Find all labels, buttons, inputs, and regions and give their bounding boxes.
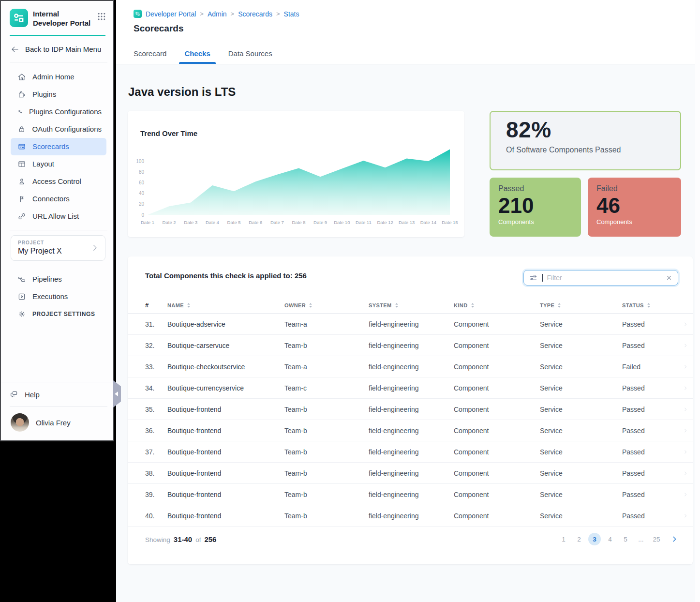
- cell-system: field-engineering: [369, 469, 454, 477]
- cell-number: 36.: [145, 427, 167, 435]
- cell-owner: Team-b: [284, 427, 369, 435]
- table-row[interactable]: 31.Boutique-adserviceTeam-afield-enginee…: [128, 314, 693, 335]
- sidebar-item-pipelines[interactable]: Pipelines: [11, 271, 106, 288]
- cell-name: Boutique-frontend: [167, 491, 284, 498]
- cell-name: Boutique-frontend: [167, 469, 284, 477]
- table-row[interactable]: 32.Boutique-carservuceTeam-bfield-engine…: [128, 335, 693, 356]
- column-header-status[interactable]: STATUS: [622, 302, 675, 308]
- passed-unit: Components: [498, 218, 572, 226]
- sidebar-item-connectors[interactable]: Connectors: [11, 190, 106, 208]
- cell-status: Passed: [622, 342, 675, 349]
- breadcrumb-developer-portal[interactable]: Developer Portal: [146, 10, 196, 18]
- cell-owner: Team-c: [284, 384, 369, 392]
- sidebar-item-plugins[interactable]: Plugins: [11, 86, 106, 103]
- column-header-name[interactable]: NAME: [167, 302, 284, 308]
- percent-caption: Of Software Components Passed: [506, 146, 665, 154]
- sidebar-item-admin-home[interactable]: Admin Home: [11, 68, 106, 86]
- scrollbar-track[interactable]: [695, 0, 700, 602]
- breadcrumb-stats[interactable]: Stats: [284, 10, 299, 18]
- user-menu[interactable]: Olivia Frey: [1, 407, 113, 440]
- user-name: Olivia Frey: [36, 419, 71, 427]
- sort-icon[interactable]: [557, 302, 561, 308]
- page-button-5[interactable]: 5: [619, 533, 632, 545]
- filter-input-box[interactable]: [523, 270, 678, 286]
- sidebar-item-access-control[interactable]: Access Control: [11, 173, 106, 190]
- sidebar-item-layout[interactable]: Layout: [11, 155, 106, 173]
- sort-icon[interactable]: [647, 302, 651, 308]
- breadcrumb-admin[interactable]: Admin: [208, 10, 227, 18]
- sidebar-item-oauth-configurations[interactable]: OAuth Configurations: [11, 120, 106, 138]
- cell-owner: Team-b: [284, 491, 369, 498]
- svg-text:Date 13: Date 13: [399, 220, 415, 225]
- project-selector[interactable]: PROJECT My Project X: [11, 235, 105, 261]
- page-button-1[interactable]: 1: [557, 533, 570, 545]
- cell-system: field-engineering: [369, 491, 454, 498]
- cell-owner: Team-b: [284, 342, 369, 349]
- admin-nav: Admin Home Plugins Plugins Configuration…: [1, 62, 113, 230]
- svg-text:0: 0: [141, 212, 144, 218]
- cell-type: Service: [540, 469, 622, 477]
- sort-icon[interactable]: [309, 302, 313, 308]
- showing-summary: Showing 31-40 of 256: [145, 535, 216, 543]
- svg-text:60: 60: [139, 180, 145, 185]
- cell-name: Boutique-adservice: [167, 320, 284, 328]
- sidebar-item-scorecards[interactable]: Scorecards: [11, 138, 106, 155]
- lock-icon: [17, 125, 26, 134]
- table-row[interactable]: 33.Boutique-checkoutserviceTeam-afield-e…: [128, 356, 693, 377]
- table-row[interactable]: 35.Boutique-frontendTeam-bfield-engineer…: [128, 399, 693, 420]
- sidebar-item-executions[interactable]: Executions: [11, 288, 106, 305]
- filter-input[interactable]: [547, 274, 662, 282]
- table-row[interactable]: 40.Boutique-frontendTeam-bfield-engineer…: [128, 505, 693, 527]
- cell-type: Service: [540, 406, 622, 413]
- back-to-main-menu[interactable]: Back to IDP Main Menu: [1, 36, 113, 62]
- sidebar-item-url-allow-list[interactable]: URL Allow List: [11, 208, 106, 225]
- table-row[interactable]: 36.Boutique-frontendTeam-bfield-engineer…: [128, 420, 693, 441]
- sidebar-item-project-settings[interactable]: PROJECT SETTINGS: [11, 305, 106, 323]
- column-header-owner[interactable]: OWNER: [284, 302, 369, 308]
- table-row[interactable]: 39.Boutique-frontendTeam-bfield-engineer…: [128, 484, 693, 505]
- table-row[interactable]: 34.Boutique-currencyserviceTeam-cfield-e…: [128, 377, 693, 399]
- sort-icon[interactable]: [395, 302, 399, 308]
- sort-icon[interactable]: [471, 302, 475, 308]
- cell-name: Boutique-currencyservice: [167, 384, 284, 392]
- next-page-icon[interactable]: [670, 535, 678, 543]
- column-header-num[interactable]: #: [145, 301, 167, 309]
- failed-value: 46: [596, 194, 672, 217]
- check-title: Java version is LTS: [128, 85, 236, 99]
- cell-status: Passed: [622, 448, 675, 456]
- column-header-kind[interactable]: KIND: [454, 302, 540, 308]
- table-row[interactable]: 37.Boutique-frontendTeam-bfield-engineer…: [128, 441, 693, 463]
- text-caret: [542, 274, 543, 282]
- cell-number: 38.: [145, 469, 167, 477]
- table-body: 31.Boutique-adserviceTeam-afield-enginee…: [128, 314, 693, 527]
- filter-sliders-icon[interactable]: [529, 274, 537, 282]
- page-button-25[interactable]: 25: [650, 533, 663, 545]
- page-button-4[interactable]: 4: [604, 533, 616, 545]
- breadcrumb: Developer Portal > Admin > Scorecards > …: [134, 10, 299, 18]
- scorecard-icon: [17, 142, 26, 151]
- breadcrumb-scorecards[interactable]: Scorecards: [238, 10, 272, 18]
- column-header-type[interactable]: TYPE: [540, 302, 622, 308]
- sort-icon[interactable]: [187, 302, 191, 308]
- svg-text:Date 14: Date 14: [420, 220, 436, 225]
- column-header-system[interactable]: SYSTEM: [369, 302, 454, 308]
- tab-checks[interactable]: Checks: [184, 49, 210, 64]
- page-button-2[interactable]: 2: [573, 533, 585, 545]
- tab-scorecard[interactable]: Scorecard: [134, 49, 166, 64]
- tab-data-sources[interactable]: Data Sources: [228, 49, 272, 64]
- help-button[interactable]: Help: [1, 382, 113, 406]
- cell-status: Passed: [622, 469, 675, 477]
- cell-type: Service: [540, 342, 622, 349]
- signpost-icon: [17, 195, 26, 203]
- svg-text:Date 10: Date 10: [334, 220, 350, 225]
- components-table-card: Total Components this check is applied t…: [128, 256, 693, 564]
- cell-owner: Team-b: [284, 469, 369, 477]
- puzzle-icon: [17, 90, 26, 99]
- screen: Internal Developer Portal Back to IDP Ma…: [0, 0, 700, 602]
- table-row[interactable]: 38.Boutique-frontendTeam-bfield-engineer…: [128, 463, 693, 484]
- row-chevron-icon: [683, 386, 688, 391]
- page-button-3[interactable]: 3: [588, 533, 601, 545]
- clear-filter-icon[interactable]: [666, 274, 672, 281]
- apps-grid-icon[interactable]: [97, 9, 106, 21]
- sidebar-item-plugins-configurations[interactable]: Plugins Configurations: [11, 103, 106, 120]
